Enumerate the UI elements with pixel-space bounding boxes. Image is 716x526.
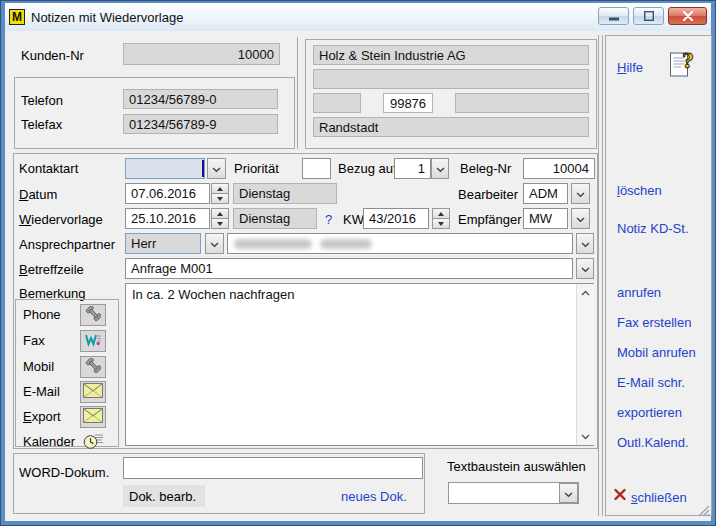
betreffzeile-input[interactable]: Anfrage M001 bbox=[125, 258, 573, 279]
textbaustein-dropdown-button[interactable] bbox=[559, 483, 578, 503]
email-button[interactable] bbox=[80, 381, 106, 403]
title-bar[interactable]: M Notizen mit Wiedervorlage bbox=[5, 3, 711, 32]
application-window: M Notizen mit Wiedervorlage Kunden-Nr 10… bbox=[0, 0, 716, 526]
prioritaet-label: Priorität bbox=[234, 161, 279, 176]
outl-kalend-link[interactable]: Outl.Kalend. bbox=[617, 435, 689, 450]
kalender-label: Kalender bbox=[23, 434, 75, 449]
close-icon bbox=[682, 9, 694, 24]
textbaustein-label: Textbaustein auswählen bbox=[447, 459, 586, 474]
wiedervorlage-input[interactable]: 25.10.2016 bbox=[125, 208, 210, 229]
neues-dok-link[interactable]: neues Dok. bbox=[341, 489, 407, 504]
phone-label: Phone bbox=[23, 307, 61, 322]
chevron-down-icon bbox=[564, 486, 573, 501]
fax-button[interactable] bbox=[80, 330, 106, 352]
mobil-anrufen-link[interactable]: Mobil anrufen bbox=[617, 345, 696, 360]
ansprechpartner-dropdown-button[interactable] bbox=[576, 233, 594, 254]
telefax-label: Telefax bbox=[21, 117, 62, 132]
chevron-down-icon bbox=[212, 161, 221, 176]
schliessen-x-icon[interactable] bbox=[613, 488, 627, 504]
kunden-nr-field: 10000 bbox=[123, 43, 280, 65]
spinner-down-icon[interactable] bbox=[211, 194, 229, 204]
mobil-button[interactable] bbox=[80, 356, 106, 378]
kontaktart-combobox[interactable] bbox=[125, 158, 205, 179]
export-button[interactable] bbox=[80, 406, 106, 428]
telefax-field: 01234/56789-9 bbox=[123, 114, 278, 134]
notiz-kdst-link[interactable]: Notiz KD-St. bbox=[617, 221, 689, 236]
close-button[interactable] bbox=[668, 7, 707, 25]
text-caret bbox=[202, 160, 204, 177]
phone-groupbox bbox=[14, 77, 295, 149]
email-schr-link[interactable]: E-Mail schr. bbox=[617, 375, 685, 390]
redacted-text bbox=[320, 239, 372, 249]
help-button[interactable]: ? bbox=[669, 47, 697, 82]
resize-grip[interactable] bbox=[697, 504, 710, 520]
chevron-down-icon bbox=[436, 161, 445, 176]
kw-input[interactable]: 43/2016 bbox=[363, 208, 429, 229]
spinner-up-icon[interactable] bbox=[211, 208, 229, 219]
mobile-phone-icon bbox=[85, 358, 101, 377]
email-envelope-icon bbox=[83, 383, 103, 401]
bezug-auf-label: Bezug auf bbox=[338, 161, 397, 176]
word-dokum-label: WORD-Dokum. bbox=[19, 465, 109, 480]
spinner-down-icon[interactable] bbox=[432, 219, 450, 229]
svg-text:?: ? bbox=[682, 47, 694, 73]
fax-erstellen-link[interactable]: Fax erstellen bbox=[617, 315, 691, 330]
window-title: Notizen mit Wiedervorlage bbox=[31, 10, 183, 25]
bezug-auf-dropdown-button[interactable] bbox=[431, 158, 449, 179]
minimize-icon bbox=[609, 9, 619, 24]
loeschen-link[interactable]: löschen bbox=[617, 183, 662, 198]
datum-weekday-field: Dienstag bbox=[233, 183, 337, 204]
export-envelope-icon bbox=[83, 408, 103, 426]
telefon-field: 01234/56789-0 bbox=[123, 89, 278, 109]
bearbeiter-dropdown-button[interactable] bbox=[571, 183, 590, 204]
bezug-auf-input[interactable]: 1 bbox=[394, 158, 431, 179]
ansprechpartner-label: Ansprechpartner bbox=[19, 237, 115, 252]
kontaktart-label: Kontaktart bbox=[19, 161, 78, 176]
maximize-icon bbox=[644, 9, 654, 24]
sidebar-divider bbox=[602, 35, 603, 516]
bearbeiter-combobox[interactable]: ADM bbox=[523, 183, 568, 204]
betreffzeile-dropdown-button[interactable] bbox=[576, 258, 594, 279]
wiedervorlage-spinner[interactable] bbox=[211, 208, 229, 229]
datum-spinner[interactable] bbox=[211, 183, 229, 204]
kunden-nr-label: Kunden-Nr bbox=[21, 48, 84, 63]
dok-bearb-button[interactable]: Dok. bearb. bbox=[123, 485, 205, 507]
bemerkung-textarea[interactable]: In ca. 2 Wochen nachfragen bbox=[125, 283, 594, 446]
bemerkung-scrollbar[interactable] bbox=[576, 284, 594, 445]
scroll-down-icon[interactable] bbox=[577, 428, 594, 445]
hilfe-link[interactable]: Hilfe bbox=[617, 60, 643, 75]
chevron-down-icon bbox=[581, 236, 590, 251]
anrede-dropdown-button[interactable] bbox=[205, 233, 224, 254]
ansprechpartner-name-input[interactable] bbox=[227, 233, 573, 254]
address-line2-field bbox=[313, 69, 589, 89]
spinner-down-icon[interactable] bbox=[211, 219, 229, 229]
chevron-down-icon bbox=[576, 211, 585, 226]
kw-help-link[interactable]: ? bbox=[325, 212, 332, 227]
spinner-up-icon[interactable] bbox=[432, 208, 450, 219]
scroll-up-icon[interactable] bbox=[577, 284, 594, 301]
datum-input[interactable]: 07.06.2016 bbox=[125, 183, 210, 204]
phone-button[interactable] bbox=[80, 304, 106, 326]
schliessen-link[interactable]: schließen bbox=[631, 490, 687, 505]
prioritaet-input[interactable] bbox=[302, 158, 331, 179]
minimize-button[interactable] bbox=[598, 7, 629, 25]
kalender-button[interactable] bbox=[80, 431, 106, 453]
maximize-button[interactable] bbox=[633, 7, 664, 25]
kw-spinner[interactable] bbox=[432, 208, 450, 229]
word-dokum-input[interactable] bbox=[123, 457, 423, 479]
empfaenger-dropdown-button[interactable] bbox=[571, 208, 590, 229]
dialog-content: Kunden-Nr 10000 Telefon 01234/56789-0 Te… bbox=[5, 31, 711, 521]
empfaenger-combobox[interactable]: MW bbox=[523, 208, 568, 229]
chevron-down-icon bbox=[576, 186, 585, 201]
phone-icon bbox=[85, 306, 101, 325]
exportieren-link[interactable]: exportieren bbox=[617, 405, 682, 420]
anrede-combobox[interactable]: Herr bbox=[125, 233, 201, 254]
spinner-up-icon[interactable] bbox=[211, 183, 229, 194]
wiedervorlage-label: Wiedervorlage bbox=[19, 212, 103, 227]
beleg-nr-label: Beleg-Nr bbox=[460, 161, 511, 176]
beleg-nr-input[interactable]: 10004 bbox=[523, 158, 595, 179]
wiedervorlage-weekday-field: Dienstag bbox=[233, 208, 317, 229]
kontaktart-dropdown-button[interactable] bbox=[207, 158, 226, 179]
city-field: Randstadt bbox=[313, 117, 589, 137]
anrufen-link[interactable]: anrufen bbox=[617, 285, 661, 300]
